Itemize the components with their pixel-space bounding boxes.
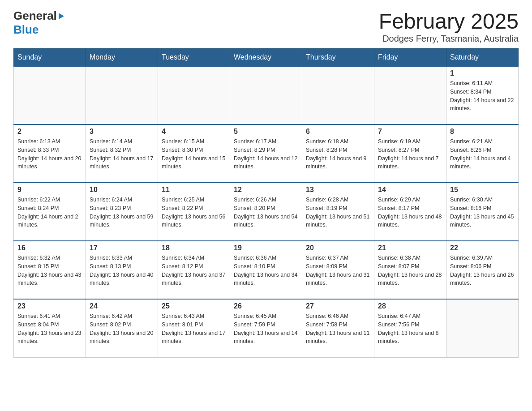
day-info: Sunrise: 6:18 AMSunset: 8:28 PMDaylight:… xyxy=(306,137,370,171)
day-info: Sunrise: 6:21 AMSunset: 8:26 PMDaylight:… xyxy=(450,137,515,171)
day-info: Sunrise: 6:36 AMSunset: 8:10 PMDaylight:… xyxy=(234,254,298,287)
day-info: Sunrise: 6:47 AMSunset: 7:56 PMDaylight:… xyxy=(378,312,442,346)
calendar-week-row: 16Sunrise: 6:32 AMSunset: 8:15 PMDayligh… xyxy=(14,241,519,299)
logo-triangle-icon xyxy=(57,12,65,20)
calendar-header: Sunday Monday Tuesday Wednesday Thursday… xyxy=(14,49,519,67)
page-header: General Blue February 2025 Dodges Ferry,… xyxy=(13,9,519,44)
table-row: 15Sunrise: 6:30 AMSunset: 8:16 PMDayligh… xyxy=(446,183,519,241)
day-number: 8 xyxy=(450,128,515,136)
day-number: 24 xyxy=(90,302,154,310)
day-info: Sunrise: 6:41 AMSunset: 8:04 PMDaylight:… xyxy=(17,312,82,346)
day-number: 6 xyxy=(306,128,370,136)
table-row: 21Sunrise: 6:38 AMSunset: 8:07 PMDayligh… xyxy=(374,241,446,299)
day-info: Sunrise: 6:26 AMSunset: 8:20 PMDaylight:… xyxy=(234,196,298,229)
day-number: 7 xyxy=(378,128,442,136)
day-info: Sunrise: 6:30 AMSunset: 8:16 PMDaylight:… xyxy=(450,196,515,229)
table-row: 3Sunrise: 6:14 AMSunset: 8:32 PMDaylight… xyxy=(86,124,158,183)
calendar-week-row: 9Sunrise: 6:22 AMSunset: 8:24 PMDaylight… xyxy=(14,183,519,241)
header-friday: Friday xyxy=(374,49,446,67)
header-tuesday: Tuesday xyxy=(158,49,230,67)
day-info: Sunrise: 6:14 AMSunset: 8:32 PMDaylight:… xyxy=(90,137,154,171)
day-info: Sunrise: 6:17 AMSunset: 8:29 PMDaylight:… xyxy=(234,137,298,171)
day-info: Sunrise: 6:38 AMSunset: 8:07 PMDaylight:… xyxy=(378,254,442,287)
day-number: 4 xyxy=(162,128,226,136)
day-info: Sunrise: 6:25 AMSunset: 8:22 PMDaylight:… xyxy=(162,196,226,229)
table-row xyxy=(374,66,446,124)
day-number: 16 xyxy=(17,244,82,252)
table-row: 5Sunrise: 6:17 AMSunset: 8:29 PMDaylight… xyxy=(230,124,302,183)
page-subtitle: Dodges Ferry, Tasmania, Australia xyxy=(379,34,519,44)
table-row: 18Sunrise: 6:34 AMSunset: 8:12 PMDayligh… xyxy=(158,241,230,299)
day-number: 25 xyxy=(162,302,226,310)
day-info: Sunrise: 6:29 AMSunset: 8:17 PMDaylight:… xyxy=(378,196,442,229)
calendar-week-row: 2Sunrise: 6:13 AMSunset: 8:33 PMDaylight… xyxy=(14,124,519,183)
table-row: 14Sunrise: 6:29 AMSunset: 8:17 PMDayligh… xyxy=(374,183,446,241)
day-info: Sunrise: 6:46 AMSunset: 7:58 PMDaylight:… xyxy=(306,312,370,346)
table-row: 13Sunrise: 6:28 AMSunset: 8:19 PMDayligh… xyxy=(302,183,374,241)
logo-blue-text: Blue xyxy=(13,23,39,36)
day-info: Sunrise: 6:42 AMSunset: 8:02 PMDaylight:… xyxy=(90,312,154,346)
table-row: 8Sunrise: 6:21 AMSunset: 8:26 PMDaylight… xyxy=(446,124,519,183)
day-number: 18 xyxy=(162,244,226,252)
table-row: 9Sunrise: 6:22 AMSunset: 8:24 PMDaylight… xyxy=(14,183,86,241)
table-row xyxy=(230,66,302,124)
calendar-body: 1Sunrise: 6:11 AMSunset: 8:34 PMDaylight… xyxy=(14,66,519,357)
day-info: Sunrise: 6:15 AMSunset: 8:30 PMDaylight:… xyxy=(162,137,226,171)
table-row xyxy=(302,66,374,124)
table-row: 22Sunrise: 6:39 AMSunset: 8:06 PMDayligh… xyxy=(446,241,519,299)
logo: General Blue xyxy=(13,9,65,37)
day-number: 19 xyxy=(234,244,298,252)
header-sunday: Sunday xyxy=(14,49,86,67)
day-number: 2 xyxy=(17,128,82,136)
header-wednesday: Wednesday xyxy=(230,49,302,67)
day-number: 9 xyxy=(17,186,82,194)
table-row: 4Sunrise: 6:15 AMSunset: 8:30 PMDaylight… xyxy=(158,124,230,183)
day-info: Sunrise: 6:33 AMSunset: 8:13 PMDaylight:… xyxy=(90,254,154,287)
table-row xyxy=(14,66,86,124)
table-row xyxy=(158,66,230,124)
table-row xyxy=(86,66,158,124)
table-row: 26Sunrise: 6:45 AMSunset: 7:59 PMDayligh… xyxy=(230,299,302,357)
day-info: Sunrise: 6:11 AMSunset: 8:34 PMDaylight:… xyxy=(450,79,515,113)
day-number: 21 xyxy=(378,244,442,252)
day-number: 23 xyxy=(17,302,82,310)
day-info: Sunrise: 6:32 AMSunset: 8:15 PMDaylight:… xyxy=(17,254,82,287)
table-row: 19Sunrise: 6:36 AMSunset: 8:10 PMDayligh… xyxy=(230,241,302,299)
title-section: February 2025 Dodges Ferry, Tasmania, Au… xyxy=(379,9,519,44)
day-number: 22 xyxy=(450,244,515,252)
calendar-week-row: 1Sunrise: 6:11 AMSunset: 8:34 PMDaylight… xyxy=(14,66,519,124)
table-row: 23Sunrise: 6:41 AMSunset: 8:04 PMDayligh… xyxy=(14,299,86,357)
day-number: 27 xyxy=(306,302,370,310)
day-number: 26 xyxy=(234,302,298,310)
header-monday: Monday xyxy=(86,49,158,67)
header-thursday: Thursday xyxy=(302,49,374,67)
table-row: 20Sunrise: 6:37 AMSunset: 8:09 PMDayligh… xyxy=(302,241,374,299)
day-number: 15 xyxy=(450,186,515,194)
day-info: Sunrise: 6:34 AMSunset: 8:12 PMDaylight:… xyxy=(162,254,226,287)
day-number: 28 xyxy=(378,302,442,310)
day-number: 3 xyxy=(90,128,154,136)
table-row: 17Sunrise: 6:33 AMSunset: 8:13 PMDayligh… xyxy=(86,241,158,299)
day-number: 5 xyxy=(234,128,298,136)
weekday-header-row: Sunday Monday Tuesday Wednesday Thursday… xyxy=(14,49,519,67)
table-row: 12Sunrise: 6:26 AMSunset: 8:20 PMDayligh… xyxy=(230,183,302,241)
table-row: 11Sunrise: 6:25 AMSunset: 8:22 PMDayligh… xyxy=(158,183,230,241)
table-row: 1Sunrise: 6:11 AMSunset: 8:34 PMDaylight… xyxy=(446,66,519,124)
table-row: 7Sunrise: 6:19 AMSunset: 8:27 PMDaylight… xyxy=(374,124,446,183)
day-info: Sunrise: 6:43 AMSunset: 8:01 PMDaylight:… xyxy=(162,312,226,346)
header-saturday: Saturday xyxy=(446,49,519,67)
day-info: Sunrise: 6:22 AMSunset: 8:24 PMDaylight:… xyxy=(17,196,82,229)
day-info: Sunrise: 6:39 AMSunset: 8:06 PMDaylight:… xyxy=(450,254,515,287)
table-row: 27Sunrise: 6:46 AMSunset: 7:58 PMDayligh… xyxy=(302,299,374,357)
page-title: February 2025 xyxy=(379,9,519,34)
day-number: 1 xyxy=(450,69,515,77)
table-row: 24Sunrise: 6:42 AMSunset: 8:02 PMDayligh… xyxy=(86,299,158,357)
table-row: 6Sunrise: 6:18 AMSunset: 8:28 PMDaylight… xyxy=(302,124,374,183)
day-number: 17 xyxy=(90,244,154,252)
table-row: 28Sunrise: 6:47 AMSunset: 7:56 PMDayligh… xyxy=(374,299,446,357)
logo-general-text: General xyxy=(13,9,57,23)
day-info: Sunrise: 6:28 AMSunset: 8:19 PMDaylight:… xyxy=(306,196,370,229)
table-row xyxy=(446,299,519,357)
day-number: 10 xyxy=(90,186,154,194)
table-row: 10Sunrise: 6:24 AMSunset: 8:23 PMDayligh… xyxy=(86,183,158,241)
